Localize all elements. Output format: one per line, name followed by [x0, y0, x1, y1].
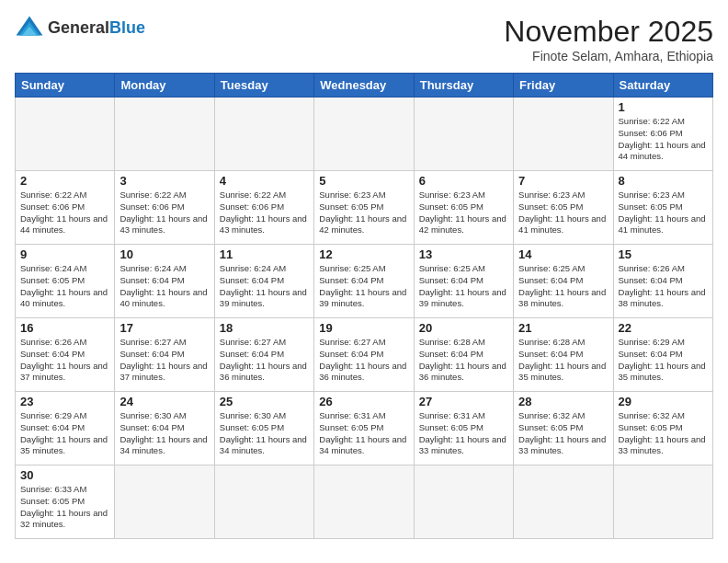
day-info: Sunrise: 6:29 AM Sunset: 6:04 PM Dayligh…: [619, 337, 708, 384]
calendar-cell: [613, 465, 712, 539]
calendar-cell: 25Sunrise: 6:30 AM Sunset: 6:05 PM Dayli…: [214, 392, 313, 465]
calendar-cell: 17Sunrise: 6:27 AM Sunset: 6:04 PM Dayli…: [115, 318, 214, 392]
day-info: Sunrise: 6:30 AM Sunset: 6:04 PM Dayligh…: [119, 410, 209, 457]
day-info: Sunrise: 6:22 AM Sunset: 6:06 PM Dayligh…: [119, 190, 209, 236]
calendar-cell: 13Sunrise: 6:25 AM Sunset: 6:04 PM Dayli…: [414, 245, 513, 318]
calendar-week-row: 1Sunrise: 6:22 AM Sunset: 6:06 PM Daylig…: [16, 98, 713, 171]
calendar-cell: 29Sunrise: 6:32 AM Sunset: 6:05 PM Dayli…: [613, 392, 712, 465]
day-info: Sunrise: 6:25 AM Sunset: 6:04 PM Dayligh…: [319, 263, 408, 310]
day-number: 14: [518, 247, 608, 261]
day-number: 25: [220, 395, 309, 408]
calendar-cell: 24Sunrise: 6:30 AM Sunset: 6:04 PM Dayli…: [115, 392, 214, 465]
day-number: 8: [619, 174, 708, 188]
day-info: Sunrise: 6:23 AM Sunset: 6:05 PM Dayligh…: [319, 190, 408, 236]
calendar-cell: 11Sunrise: 6:24 AM Sunset: 6:04 PM Dayli…: [214, 245, 313, 318]
calendar-cell: 20Sunrise: 6:28 AM Sunset: 6:04 PM Dayli…: [414, 318, 513, 392]
day-number: 4: [220, 174, 309, 188]
location-subtitle: Finote Selam, Amhara, Ethiopia: [504, 49, 713, 63]
calendar-cell: [414, 465, 513, 539]
calendar-cell: 5Sunrise: 6:23 AM Sunset: 6:05 PM Daylig…: [314, 171, 414, 245]
day-info: Sunrise: 6:22 AM Sunset: 6:06 PM Dayligh…: [619, 116, 708, 163]
day-number: 21: [518, 321, 608, 335]
calendar-cell: 21Sunrise: 6:28 AM Sunset: 6:04 PM Dayli…: [514, 318, 613, 392]
logo-general: General: [48, 18, 109, 37]
calendar-week-row: 9Sunrise: 6:24 AM Sunset: 6:05 PM Daylig…: [16, 245, 713, 318]
day-number: 15: [619, 247, 708, 261]
day-number: 16: [20, 321, 109, 335]
calendar-cell: 6Sunrise: 6:23 AM Sunset: 6:05 PM Daylig…: [414, 171, 513, 245]
calendar-cell: [214, 465, 313, 539]
weekday-header-wednesday: Wednesday: [314, 74, 414, 98]
day-number: 27: [419, 395, 508, 408]
day-number: 6: [419, 174, 508, 188]
calendar-cell: 28Sunrise: 6:32 AM Sunset: 6:05 PM Dayli…: [514, 392, 613, 465]
calendar-cell: 9Sunrise: 6:24 AM Sunset: 6:05 PM Daylig…: [16, 245, 115, 318]
logo-icon: [15, 15, 44, 40]
day-number: 18: [220, 321, 309, 335]
day-number: 26: [319, 395, 408, 408]
calendar-cell: 30Sunrise: 6:33 AM Sunset: 6:05 PM Dayli…: [16, 465, 115, 539]
day-info: Sunrise: 6:27 AM Sunset: 6:04 PM Dayligh…: [319, 337, 408, 384]
day-info: Sunrise: 6:29 AM Sunset: 6:04 PM Dayligh…: [20, 410, 109, 457]
day-info: Sunrise: 6:32 AM Sunset: 6:05 PM Dayligh…: [518, 410, 608, 457]
weekday-header-sunday: Sunday: [16, 74, 115, 98]
day-info: Sunrise: 6:23 AM Sunset: 6:05 PM Dayligh…: [518, 190, 608, 236]
logo-text: GeneralBlue: [48, 18, 145, 38]
calendar-cell: [414, 98, 513, 171]
calendar-cell: 3Sunrise: 6:22 AM Sunset: 6:06 PM Daylig…: [115, 171, 214, 245]
calendar-table: SundayMondayTuesdayWednesdayThursdayFrid…: [15, 73, 713, 539]
day-info: Sunrise: 6:26 AM Sunset: 6:04 PM Dayligh…: [20, 337, 109, 384]
weekday-header-friday: Friday: [514, 74, 613, 98]
day-number: 7: [518, 174, 608, 188]
weekday-header-tuesday: Tuesday: [214, 74, 313, 98]
day-info: Sunrise: 6:31 AM Sunset: 6:05 PM Dayligh…: [319, 410, 408, 457]
day-info: Sunrise: 6:28 AM Sunset: 6:04 PM Dayligh…: [518, 337, 608, 384]
day-info: Sunrise: 6:24 AM Sunset: 6:05 PM Dayligh…: [20, 263, 109, 310]
day-info: Sunrise: 6:22 AM Sunset: 6:06 PM Dayligh…: [220, 190, 309, 236]
day-info: Sunrise: 6:28 AM Sunset: 6:04 PM Dayligh…: [419, 337, 508, 384]
day-info: Sunrise: 6:32 AM Sunset: 6:05 PM Dayligh…: [619, 410, 708, 457]
day-number: 12: [319, 247, 408, 261]
weekday-header-monday: Monday: [115, 74, 214, 98]
day-number: 24: [119, 395, 209, 408]
calendar-cell: 15Sunrise: 6:26 AM Sunset: 6:04 PM Dayli…: [613, 245, 712, 318]
day-info: Sunrise: 6:33 AM Sunset: 6:05 PM Dayligh…: [20, 484, 109, 531]
day-info: Sunrise: 6:25 AM Sunset: 6:04 PM Dayligh…: [419, 263, 508, 310]
calendar-cell: 1Sunrise: 6:22 AM Sunset: 6:06 PM Daylig…: [613, 98, 712, 171]
calendar-week-row: 16Sunrise: 6:26 AM Sunset: 6:04 PM Dayli…: [16, 318, 713, 392]
day-number: 30: [20, 468, 109, 482]
calendar-week-row: 30Sunrise: 6:33 AM Sunset: 6:05 PM Dayli…: [16, 465, 713, 539]
calendar-cell: [16, 98, 115, 171]
calendar-cell: 26Sunrise: 6:31 AM Sunset: 6:05 PM Dayli…: [314, 392, 414, 465]
day-number: 13: [419, 247, 508, 261]
day-number: 2: [20, 174, 109, 188]
calendar-cell: [115, 465, 214, 539]
day-number: 10: [119, 247, 209, 261]
day-number: 29: [619, 395, 708, 408]
calendar-cell: 4Sunrise: 6:22 AM Sunset: 6:06 PM Daylig…: [214, 171, 313, 245]
day-info: Sunrise: 6:23 AM Sunset: 6:05 PM Dayligh…: [419, 190, 508, 236]
calendar-cell: 27Sunrise: 6:31 AM Sunset: 6:05 PM Dayli…: [414, 392, 513, 465]
day-info: Sunrise: 6:22 AM Sunset: 6:06 PM Dayligh…: [20, 190, 109, 236]
calendar-cell: 22Sunrise: 6:29 AM Sunset: 6:04 PM Dayli…: [613, 318, 712, 392]
month-title: November 2025: [504, 15, 713, 49]
weekday-header-saturday: Saturday: [613, 74, 712, 98]
day-number: 19: [319, 321, 408, 335]
title-area: November 2025 Finote Selam, Amhara, Ethi…: [504, 15, 713, 63]
day-number: 1: [619, 100, 708, 114]
calendar-cell: [314, 98, 414, 171]
day-number: 3: [119, 174, 209, 188]
page-header: GeneralBlue November 2025 Finote Selam, …: [15, 15, 713, 63]
day-number: 28: [518, 395, 608, 408]
day-info: Sunrise: 6:30 AM Sunset: 6:05 PM Dayligh…: [220, 410, 309, 457]
calendar-cell: [314, 465, 414, 539]
day-info: Sunrise: 6:25 AM Sunset: 6:04 PM Dayligh…: [518, 263, 608, 310]
logo-blue: Blue: [109, 18, 145, 37]
day-info: Sunrise: 6:31 AM Sunset: 6:05 PM Dayligh…: [419, 410, 508, 457]
day-number: 23: [20, 395, 109, 408]
calendar-week-row: 2Sunrise: 6:22 AM Sunset: 6:06 PM Daylig…: [16, 171, 713, 245]
calendar-cell: 19Sunrise: 6:27 AM Sunset: 6:04 PM Dayli…: [314, 318, 414, 392]
day-number: 22: [619, 321, 708, 335]
calendar-cell: [115, 98, 214, 171]
day-info: Sunrise: 6:27 AM Sunset: 6:04 PM Dayligh…: [220, 337, 309, 384]
